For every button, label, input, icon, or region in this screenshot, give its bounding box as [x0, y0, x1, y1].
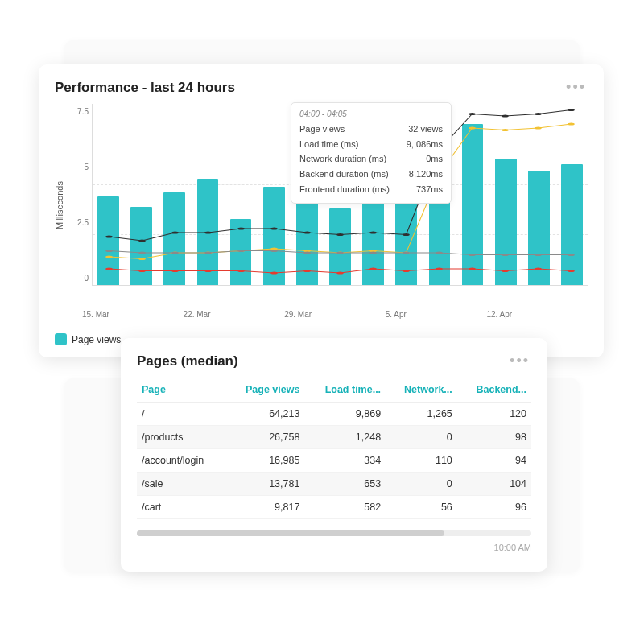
chart-series-point [105, 267, 113, 270]
performance-chart: Milliseconds 7.5 5 2.5 0 04:00 - 04:05 P… [55, 104, 588, 307]
tooltip-row: Backend duration (ms)8,120ms [299, 167, 443, 182]
scrollbar-thumb[interactable] [137, 530, 444, 536]
y-axis-label: Milliseconds [55, 104, 64, 307]
chart-series-point [138, 239, 146, 242]
chart-series-point [138, 270, 146, 272]
chart-tooltip: 04:00 - 04:05 Page views32 viewsLoad tim… [291, 102, 452, 204]
card-menu-icon[interactable]: ••• [564, 79, 588, 96]
chart-series-point [237, 250, 245, 252]
tooltip-row: Frontend duration (ms)737ms [299, 182, 443, 197]
chart-series-point [171, 270, 179, 272]
chart-series-point [568, 270, 575, 272]
table-row[interactable]: /cart9,8175825696 [137, 496, 531, 519]
legend-label: Page views [72, 334, 121, 345]
chart-series-point [402, 270, 410, 272]
chart-series-point [204, 270, 212, 272]
chart-series-point [369, 267, 377, 270]
tooltip-row: Page views32 views [299, 122, 443, 137]
chart-series-point [303, 251, 311, 254]
legend-swatch-page-views [55, 333, 67, 345]
chart-series-point [469, 254, 476, 256]
chart-series-point [336, 233, 344, 236]
chart-series-point [336, 271, 344, 274]
chart-series-point [535, 113, 542, 115]
chart-series-point [336, 251, 344, 254]
chart-series-point [568, 109, 575, 111]
tooltip-row: Load time (ms)9,.086ms [299, 137, 443, 152]
chart-series-point [270, 271, 278, 274]
chart-series-point [502, 129, 509, 131]
chart-series-point [204, 231, 212, 233]
table-header[interactable]: Page [137, 378, 225, 402]
chart-series-point [535, 267, 542, 270]
horizontal-scrollbar[interactable] [137, 530, 531, 536]
chart-series-point [369, 231, 377, 233]
chart-series-point [402, 251, 410, 254]
chart-series-point [138, 251, 146, 254]
y-axis-ticks: 7.5 5 2.5 0 [69, 104, 89, 283]
chart-series-point [270, 227, 278, 229]
card-menu-icon[interactable]: ••• [508, 353, 531, 369]
chart-series-point [568, 254, 575, 256]
chart-series-point [237, 227, 245, 229]
chart-series-point [436, 267, 443, 270]
table-row[interactable]: /sale13,7816530104 [137, 473, 531, 496]
x-axis-ticks: 15. Mar22. Mar29. Mar5. Apr12. Apr [82, 310, 588, 319]
pages-table-card: Pages (median) ••• PagePage viewsLoad ti… [121, 338, 547, 572]
chart-series-point [303, 270, 311, 272]
chart-series-point [502, 254, 509, 256]
chart-series-point [171, 231, 179, 233]
chart-series-point [436, 251, 443, 254]
chart-series-point [270, 250, 278, 252]
chart-series-point [502, 114, 509, 117]
table-header[interactable]: Network... [386, 378, 457, 402]
table-timestamp: 10:00 AM [137, 543, 531, 552]
table-header[interactable]: Backend... [457, 378, 531, 402]
tooltip-time: 04:00 - 04:05 [299, 109, 443, 118]
chart-series-point [171, 251, 179, 254]
chart-series-point [535, 254, 542, 256]
performance-card: Performance - last 24 hours ••• Millisec… [39, 64, 604, 357]
performance-title: Performance - last 24 hours [55, 80, 235, 96]
chart-series-point [469, 113, 476, 115]
chart-series-point [237, 270, 245, 272]
table-row[interactable]: /products26,7581,248098 [137, 426, 531, 449]
chart-series-point [568, 122, 575, 125]
table-header[interactable]: Page views [225, 378, 304, 402]
chart-series-point [138, 258, 146, 260]
tooltip-row: Network duration (ms)0ms [299, 151, 443, 167]
chart-series-point [469, 126, 476, 129]
table-header[interactable]: Load time... [304, 378, 386, 402]
chart-series-point [204, 251, 212, 254]
chart-series-point [469, 267, 476, 270]
chart-series-point [402, 233, 410, 236]
chart-series-point [105, 235, 113, 237]
table-row[interactable]: /account/login16,98533411094 [137, 449, 531, 473]
chart-series-point [502, 270, 509, 272]
chart-series-point [303, 231, 311, 233]
pages-table: PagePage viewsLoad time...Network...Back… [137, 378, 531, 519]
table-row[interactable]: /64,2139,8691,265120 [137, 402, 531, 426]
chart-series-point [535, 126, 542, 129]
chart-series-point [105, 250, 113, 252]
chart-series-point [369, 251, 377, 254]
pages-table-title: Pages (median) [137, 353, 238, 369]
chart-series-point [105, 255, 113, 258]
